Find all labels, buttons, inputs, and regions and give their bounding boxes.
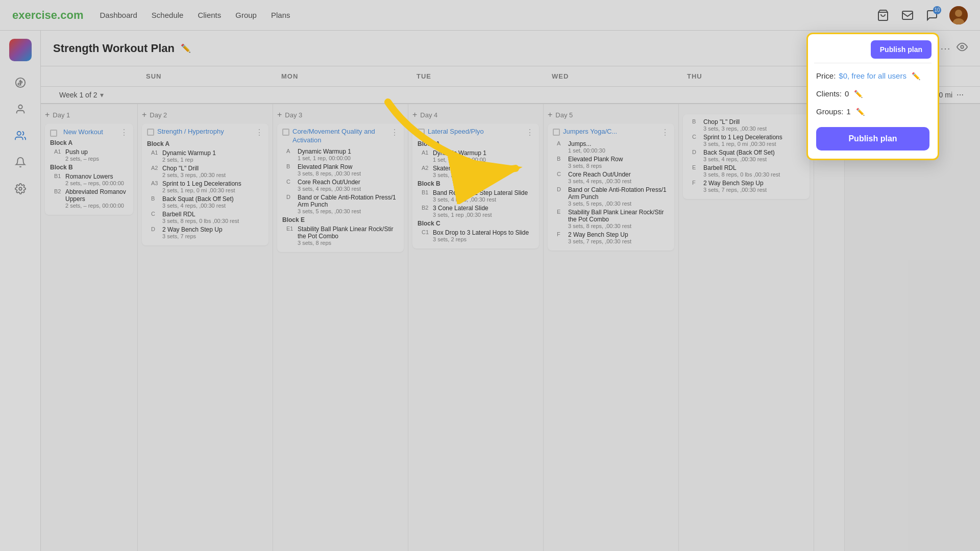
popup-groups-row: Groups: 1 ✏️	[816, 107, 929, 116]
groups-label: Groups:	[816, 107, 843, 116]
price-edit-icon[interactable]: ✏️	[912, 72, 920, 80]
groups-edit-icon[interactable]: ✏️	[856, 108, 865, 116]
clients-edit-icon[interactable]: ✏️	[854, 90, 863, 98]
groups-value: 1	[846, 107, 850, 116]
publish-plan-top-button[interactable]: Publish plan	[871, 40, 932, 59]
popup-clients-row: Clients: 0 ✏️	[816, 89, 929, 98]
clients-value: 0	[845, 89, 849, 98]
popup-header: Publish plan	[808, 34, 938, 63]
clients-label: Clients:	[816, 89, 842, 98]
price-value: $0, free for all users	[839, 71, 906, 80]
price-label: Price:	[816, 71, 836, 80]
publish-plan-popup: Publish plan Price: $0, free for all use…	[806, 33, 939, 160]
popup-price-row: Price: $0, free for all users ✏️	[816, 71, 929, 80]
popup-body: Price: $0, free for all users ✏️ Clients…	[808, 63, 938, 159]
publish-plan-main-button[interactable]: Publish plan	[816, 127, 929, 151]
